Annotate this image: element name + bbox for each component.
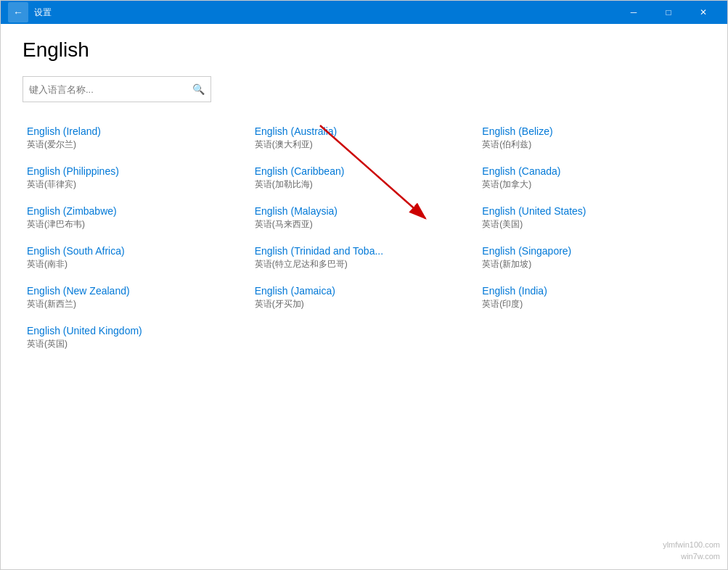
list-item[interactable]: English (India) 英语(印度) <box>478 279 705 316</box>
lang-sub: 英语(美国) <box>482 218 701 231</box>
lang-name: English (Philippines) <box>27 165 246 177</box>
lang-sub: 英语(牙买加) <box>255 298 474 310</box>
watermark-line2: win7w.com <box>663 551 720 562</box>
list-item[interactable]: English (Belize) 英语(伯利兹) <box>478 120 705 157</box>
lang-name: English (United States) <box>482 205 701 217</box>
title-bar: ← 设置 ─ □ ✕ <box>1 1 727 24</box>
list-item[interactable]: English (Malaysia) 英语(马来西亚) <box>250 199 478 236</box>
list-item[interactable]: English (Canada) 英语(加拿大) <box>478 160 705 197</box>
lang-name: English (Ireland) <box>27 125 246 137</box>
lang-name: English (Australia) <box>255 125 474 137</box>
list-item[interactable]: English (South Africa) 英语(南非) <box>23 239 250 276</box>
lang-name: English (Singapore) <box>482 245 701 257</box>
list-item[interactable]: English (Singapore) 英语(新加坡) <box>478 239 705 276</box>
lang-sub: 英语(澳大利亚) <box>255 139 474 151</box>
close-button[interactable]: ✕ <box>687 1 720 24</box>
list-item[interactable]: English (Zimbabwe) 英语(津巴布韦) <box>23 199 250 236</box>
list-item[interactable]: English (Caribbean) 英语(加勒比海) <box>250 160 478 197</box>
lang-sub: 英语(津巴布韦) <box>27 218 246 231</box>
lang-name: English (New Zealand) <box>27 285 246 297</box>
list-item[interactable]: English (Philippines) 英语(菲律宾) <box>23 160 250 197</box>
lang-name: English (Jamaica) <box>255 285 474 297</box>
watermark: ylmfwin100.com win7w.com <box>663 540 720 562</box>
lang-sub: 英语(印度) <box>482 298 701 310</box>
list-item[interactable]: English (Trinidad and Toba... 英语(特立尼达和多巴… <box>250 239 478 276</box>
lang-name: English (Zimbabwe) <box>27 205 246 217</box>
window: ← 设置 ─ □ ✕ English 🔍 English (Ireland) 英… <box>0 0 728 570</box>
lang-name: English (Trinidad and Toba... <box>255 245 474 257</box>
lang-name: English (South Africa) <box>27 245 246 257</box>
list-item[interactable]: English (New Zealand) 英语(新西兰) <box>23 279 250 316</box>
lang-name: English (Caribbean) <box>255 165 474 177</box>
search-icon: 🔍 <box>192 83 205 95</box>
list-item[interactable]: English (Jamaica) 英语(牙买加) <box>250 279 478 316</box>
lang-sub: 英语(加勒比海) <box>255 178 474 191</box>
lang-sub: 英语(英国) <box>27 338 246 350</box>
lang-sub: 英语(加拿大) <box>482 178 701 191</box>
lang-sub: 英语(伯利兹) <box>482 139 701 151</box>
language-grid: English (Ireland) 英语(爱尔兰) English (Austr… <box>23 120 705 356</box>
lang-name: English (Malaysia) <box>255 205 474 217</box>
page-title: English <box>23 38 705 62</box>
list-item[interactable]: English (Ireland) 英语(爱尔兰) <box>23 120 250 157</box>
lang-name: English (Belize) <box>482 125 701 137</box>
lang-sub: 英语(新加坡) <box>482 258 701 270</box>
search-input[interactable] <box>29 84 192 95</box>
watermark-line1: ylmfwin100.com <box>663 540 720 550</box>
window-controls: ─ □ ✕ <box>617 1 720 24</box>
lang-name: English (Canada) <box>482 165 701 177</box>
lang-sub: 英语(爱尔兰) <box>27 139 246 151</box>
lang-name: English (India) <box>482 285 701 297</box>
lang-sub: 英语(新西兰) <box>27 298 246 310</box>
lang-sub: 英语(南非) <box>27 258 246 270</box>
list-item[interactable]: English (United States) 英语(美国) <box>478 199 705 236</box>
lang-name: English (United Kingdom) <box>27 325 246 336</box>
title-bar-label: 设置 <box>34 7 617 19</box>
content-area: English 🔍 English (Ireland) 英语(爱尔兰) Engl… <box>1 24 727 569</box>
lang-sub: 英语(马来西亚) <box>255 218 474 231</box>
list-item[interactable]: English (United Kingdom) 英语(英国) <box>23 319 250 356</box>
restore-button[interactable]: □ <box>652 1 685 24</box>
list-item[interactable]: English (Australia) 英语(澳大利亚) <box>250 120 478 157</box>
minimize-button[interactable]: ─ <box>617 1 650 24</box>
back-icon: ← <box>13 7 23 18</box>
lang-sub: 英语(菲律宾) <box>27 178 246 191</box>
back-button[interactable]: ← <box>8 2 28 22</box>
search-box[interactable]: 🔍 <box>23 76 211 102</box>
lang-sub: 英语(特立尼达和多巴哥) <box>255 258 474 270</box>
